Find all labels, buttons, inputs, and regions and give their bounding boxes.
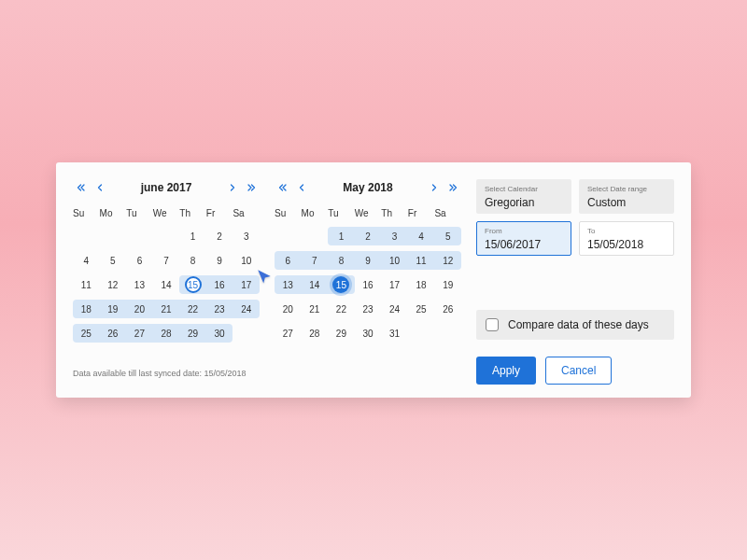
day-of-week-label: Tu <box>328 205 355 221</box>
select-calendar-field[interactable]: Select Calendar Gregorian <box>476 179 571 214</box>
day-cell[interactable]: 27 <box>126 324 153 343</box>
day-cell[interactable]: 30 <box>355 324 382 343</box>
day-cell[interactable]: 12 <box>434 251 461 270</box>
day-cell[interactable]: 19 <box>100 300 127 318</box>
day-cell[interactable]: 11 <box>408 251 435 270</box>
day-cell[interactable]: 9 <box>206 251 233 270</box>
day-cell[interactable]: 19 <box>434 275 461 294</box>
day-cell[interactable]: 8 <box>179 251 206 270</box>
day-cell[interactable]: 8 <box>328 251 355 270</box>
calendar-left-grid: SuMoTuWeThFrSa12345678910111213141516171… <box>73 205 260 343</box>
day-cell[interactable]: 7 <box>302 251 329 270</box>
day-of-week-label: We <box>153 205 180 221</box>
day-cell[interactable]: 20 <box>275 300 302 318</box>
day-of-week-label: Fr <box>408 205 435 221</box>
day-cell[interactable]: 23 <box>206 300 233 318</box>
day-cell[interactable]: 5 <box>100 251 127 270</box>
day-of-week-label: Mo <box>302 205 329 221</box>
day-empty <box>100 227 127 245</box>
day-cell[interactable]: 14 <box>153 275 180 294</box>
day-cell[interactable]: 2 <box>206 227 233 245</box>
day-cell[interactable]: 25 <box>408 300 435 318</box>
day-cell[interactable]: 21 <box>302 300 329 318</box>
apply-button[interactable]: Apply <box>476 357 536 385</box>
to-date-field[interactable]: To 15/05/2018 <box>579 221 674 256</box>
day-cell[interactable]: 27 <box>275 324 302 343</box>
calendar-right-title: May 2018 <box>343 181 392 194</box>
day-cell[interactable]: 13 <box>275 275 302 294</box>
day-cell[interactable]: 23 <box>355 300 382 318</box>
day-cell[interactable]: 13 <box>126 275 153 294</box>
calendars: june 2017 SuMoTuWeThFrSa1234567891011121… <box>73 179 461 343</box>
calendar-left-title: june 2017 <box>141 181 192 194</box>
select-range-field[interactable]: Select Date range Custom <box>579 179 674 214</box>
next-month-button[interactable] <box>426 179 443 196</box>
day-cell[interactable]: 28 <box>153 324 180 343</box>
day-cell[interactable]: 18 <box>73 300 100 318</box>
compare-checkbox[interactable] <box>486 318 499 331</box>
day-cell[interactable]: 4 <box>73 251 100 270</box>
field-label: From <box>485 227 563 235</box>
day-cell[interactable]: 26 <box>100 324 127 343</box>
next-year-button[interactable] <box>243 179 260 196</box>
day-cell[interactable]: 11 <box>73 275 100 294</box>
day-of-week-label: Fr <box>206 205 233 221</box>
day-cell[interactable]: 28 <box>302 324 329 343</box>
day-cell[interactable]: 15 <box>328 275 355 294</box>
field-label: Select Calendar <box>485 185 563 193</box>
day-cell[interactable]: 4 <box>408 227 435 245</box>
day-empty <box>302 227 329 245</box>
day-cell[interactable]: 5 <box>434 227 461 245</box>
day-cell[interactable]: 26 <box>434 300 461 318</box>
day-cell[interactable]: 6 <box>275 251 302 270</box>
day-cell[interactable]: 17 <box>381 275 408 294</box>
prev-year-button[interactable] <box>275 179 291 196</box>
day-cell[interactable]: 24 <box>233 300 260 318</box>
field-label: Select Date range <box>587 185 666 193</box>
cancel-button[interactable]: Cancel <box>545 357 612 385</box>
day-cell[interactable]: 15 <box>179 275 206 294</box>
day-cell[interactable]: 10 <box>233 251 260 270</box>
day-cell[interactable]: 22 <box>328 300 355 318</box>
day-cell[interactable]: 20 <box>126 300 153 318</box>
day-cell[interactable]: 1 <box>179 227 206 245</box>
day-cell[interactable]: 29 <box>328 324 355 343</box>
day-cell[interactable]: 14 <box>302 275 329 294</box>
day-cell[interactable]: 7 <box>153 251 180 270</box>
day-cell[interactable]: 21 <box>153 300 180 318</box>
day-cell[interactable]: 16 <box>206 275 233 294</box>
day-cell[interactable]: 30 <box>206 324 233 343</box>
day-cell[interactable]: 22 <box>179 300 206 318</box>
day-cell[interactable]: 9 <box>355 251 382 270</box>
field-value: Gregorian <box>485 196 534 209</box>
next-month-button[interactable] <box>224 179 241 196</box>
day-cell[interactable]: 16 <box>355 275 382 294</box>
field-label: To <box>587 227 666 235</box>
day-empty <box>153 227 180 245</box>
day-cell[interactable]: 3 <box>381 227 408 245</box>
prev-month-button[interactable] <box>92 179 108 196</box>
day-cell[interactable]: 2 <box>355 227 382 245</box>
prev-year-button[interactable] <box>73 179 90 196</box>
day-empty <box>126 227 153 245</box>
next-year-button[interactable] <box>444 179 461 196</box>
day-cell[interactable]: 29 <box>179 324 206 343</box>
cursor-icon <box>256 268 273 288</box>
day-cell[interactable]: 25 <box>73 324 100 343</box>
day-cell[interactable]: 24 <box>381 300 408 318</box>
day-empty <box>73 227 100 245</box>
field-value: Custom <box>587 196 626 209</box>
day-of-week-label: We <box>355 205 382 221</box>
day-cell[interactable]: 3 <box>233 227 260 245</box>
from-date-field[interactable]: From 15/06/2017 <box>476 221 571 256</box>
side-panel: Select Calendar Gregorian Select Date ra… <box>476 179 674 385</box>
day-cell[interactable]: 10 <box>381 251 408 270</box>
prev-month-button[interactable] <box>293 179 310 196</box>
compare-row[interactable]: Compare data of these days <box>476 310 674 340</box>
calendar-left: june 2017 SuMoTuWeThFrSa1234567891011121… <box>73 179 260 343</box>
day-cell[interactable]: 6 <box>126 251 153 270</box>
day-cell[interactable]: 1 <box>328 227 355 245</box>
day-cell[interactable]: 31 <box>381 324 408 343</box>
day-cell[interactable]: 18 <box>408 275 435 294</box>
day-cell[interactable]: 12 <box>100 275 127 294</box>
